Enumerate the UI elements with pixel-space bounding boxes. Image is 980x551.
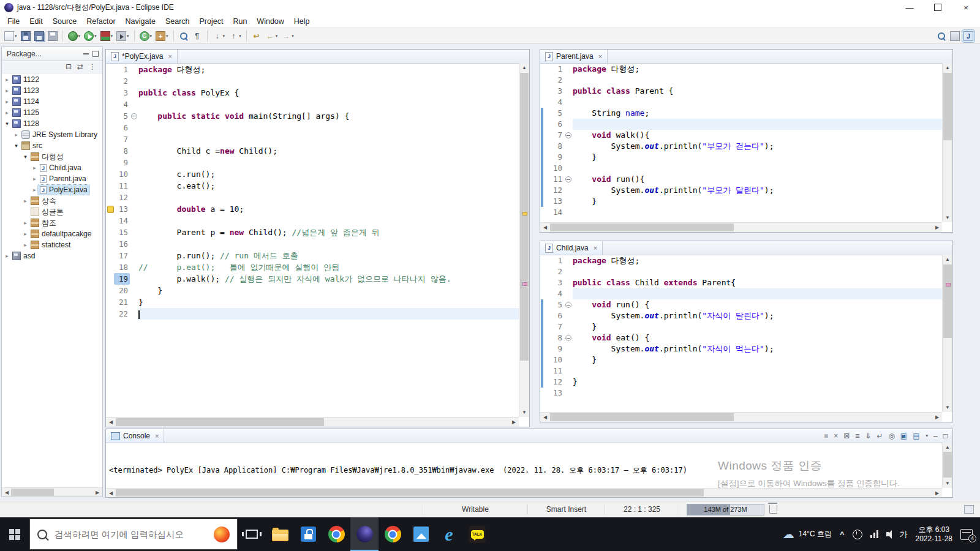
display-selected-console-icon[interactable]: ▣ — [900, 432, 907, 440]
code-line[interactable]: 5 void run() { — [540, 299, 942, 310]
expand-arrow-icon[interactable]: ▸ — [4, 110, 10, 116]
code-line[interactable]: 6 — [106, 122, 519, 133]
scrollbar-thumb[interactable] — [520, 73, 529, 361]
code-line[interactable]: 12} — [540, 377, 942, 388]
forward-button[interactable]: →▾ — [280, 30, 295, 42]
scroll-down-arrow[interactable]: ▼ — [943, 403, 952, 412]
insert-mode-status[interactable]: Smart Insert — [527, 504, 605, 515]
scrollbar-thumb[interactable] — [116, 418, 324, 426]
code-area[interactable]: 1package 다형성;23public class Child extend… — [540, 255, 942, 412]
code-line[interactable]: 7 — [106, 133, 519, 145]
new-java-package-button[interactable]: +▾ — [154, 30, 170, 42]
minimize-view-icon[interactable] — [83, 53, 89, 54]
fold-collapse-icon[interactable] — [565, 335, 571, 341]
tab-child[interactable]: J Child.java × — [540, 241, 603, 255]
scrollbar-thumb[interactable] — [943, 452, 952, 478]
scrollbar-thumb[interactable] — [116, 489, 704, 497]
code-line[interactable]: 3public class Child extends Parent{ — [540, 277, 942, 288]
menu-refactor[interactable]: Refactor — [81, 16, 120, 27]
scroll-up-arrow[interactable]: ▲ — [943, 63, 952, 72]
menu-project[interactable]: Project — [195, 16, 228, 27]
code-line[interactable]: 4 — [540, 97, 942, 108]
scroll-up-arrow[interactable]: ▲ — [519, 63, 529, 72]
expand-arrow-icon[interactable]: ▾ — [22, 154, 29, 160]
expand-arrow-icon[interactable]: ▸ — [4, 99, 10, 105]
photos-taskbar-button[interactable] — [407, 517, 435, 551]
save-all-button[interactable] — [33, 30, 45, 42]
run-button[interactable]: ▾ — [83, 30, 98, 42]
menu-run[interactable]: Run — [228, 16, 252, 27]
tree-item[interactable]: ▸defaultpacakge — [2, 228, 102, 239]
scroll-up-arrow[interactable]: ▲ — [943, 443, 952, 452]
open-perspective-button[interactable] — [949, 30, 961, 42]
run-garbage-collector-icon[interactable] — [769, 505, 777, 514]
scroll-up-arrow[interactable]: ▲ — [943, 255, 952, 264]
minimize-view-icon[interactable]: – — [933, 432, 938, 440]
save-button[interactable] — [20, 30, 32, 42]
tree-item[interactable]: ▸asd — [2, 250, 102, 261]
menu-help[interactable]: Help — [289, 16, 315, 27]
scrollbar-thumb[interactable] — [550, 413, 734, 421]
close-button[interactable]: × — [952, 0, 980, 15]
code-line[interactable]: 2 — [540, 266, 942, 277]
code-line[interactable]: 18// p.eat(); 틀에 없기때문에 실행이 안됨 — [106, 261, 519, 273]
code-line[interactable]: 3public class Parent { — [540, 86, 942, 97]
clear-console-icon[interactable]: ≡ — [855, 432, 859, 440]
scrollbar-thumb[interactable] — [550, 223, 734, 231]
maximize-view-icon[interactable] — [92, 51, 99, 57]
code-line[interactable]: 13 double a = 10; — [106, 203, 519, 215]
scroll-down-arrow[interactable]: ▼ — [943, 479, 952, 488]
minimize-button[interactable]: — — [895, 0, 924, 15]
scroll-right-arrow[interactable]: ▶ — [932, 223, 942, 232]
next-annotation-button[interactable]: ↓▾ — [211, 30, 227, 42]
tree-item[interactable]: ▸JRE System Library — [2, 129, 102, 140]
maximize-button[interactable] — [924, 0, 952, 15]
fold-collapse-icon[interactable] — [131, 113, 137, 119]
remove-launch-icon[interactable]: × — [834, 432, 838, 440]
tree-item[interactable]: ▸JPolyEx.java — [2, 184, 102, 195]
code-line[interactable]: 11 c.eat(); — [106, 180, 519, 192]
collapse-all-icon[interactable]: ⊟ — [66, 62, 72, 71]
internet-explorer-taskbar-button[interactable]: e — [435, 517, 463, 551]
start-button[interactable] — [0, 517, 29, 551]
code-area[interactable]: 1package 다형성;23public class Parent {45 S… — [540, 63, 942, 222]
code-line[interactable]: 6 — [540, 119, 942, 130]
tab-console[interactable]: Console × — [106, 429, 164, 443]
expand-arrow-icon[interactable]: ▸ — [22, 242, 29, 248]
scroll-left-arrow[interactable]: ◀ — [106, 418, 116, 427]
maximize-view-icon[interactable]: □ — [943, 432, 948, 440]
scroll-left-arrow[interactable]: ◀ — [540, 413, 550, 422]
tree-item[interactable]: ▸1125 — [2, 107, 102, 118]
package-explorer-title[interactable]: Package... — [4, 50, 44, 58]
expand-arrow-icon[interactable]: ▸ — [4, 88, 10, 94]
code-line[interactable]: 2 — [540, 75, 942, 86]
tree-item[interactable]: ▸1124 — [2, 96, 102, 107]
code-line[interactable]: 7 void walk(){ — [540, 130, 942, 141]
code-line[interactable]: 3public class PolyEx { — [106, 87, 519, 99]
code-line[interactable]: 12 System.out.println("부모가 달린다"); — [540, 185, 942, 196]
file-explorer-taskbar-button[interactable] — [266, 517, 294, 551]
console-output[interactable]: <terminated> PolyEx [Java Application] C… — [106, 443, 942, 488]
scroll-down-arrow[interactable]: ▼ — [519, 408, 529, 417]
view-menu-icon[interactable]: ⋮ — [89, 62, 96, 71]
new-wizard-button[interactable]: ▾ — [3, 30, 18, 42]
menu-search[interactable]: Search — [160, 16, 195, 27]
scrollbar-thumb[interactable] — [943, 264, 952, 338]
tree-item[interactable]: ▸JChild.java — [2, 162, 102, 173]
tree-item[interactable]: ▸statictest — [2, 239, 102, 250]
tab-parent[interactable]: J Parent.java × — [540, 50, 608, 63]
tree-item[interactable]: ▾다형성 — [2, 151, 102, 162]
run-external-tools-button[interactable]: ▾ — [115, 30, 130, 42]
menu-edit[interactable]: Edit — [24, 16, 48, 27]
menu-navigate[interactable]: Navigate — [121, 16, 160, 27]
code-line[interactable]: 13 } — [540, 196, 942, 207]
close-tab-icon[interactable]: × — [594, 244, 597, 252]
close-tab-icon[interactable]: × — [168, 53, 172, 60]
search-input[interactable] — [53, 529, 197, 540]
code-line[interactable]: 11 — [540, 365, 942, 377]
code-line[interactable]: 9 System.out.println("자식이 먹는다"); — [540, 343, 942, 354]
close-tab-icon[interactable]: × — [155, 432, 159, 440]
action-center-icon[interactable]: 4 — [960, 529, 973, 540]
tree-item[interactable]: ▸참조 — [2, 217, 102, 228]
back-button[interactable]: ←▾ — [264, 30, 279, 42]
